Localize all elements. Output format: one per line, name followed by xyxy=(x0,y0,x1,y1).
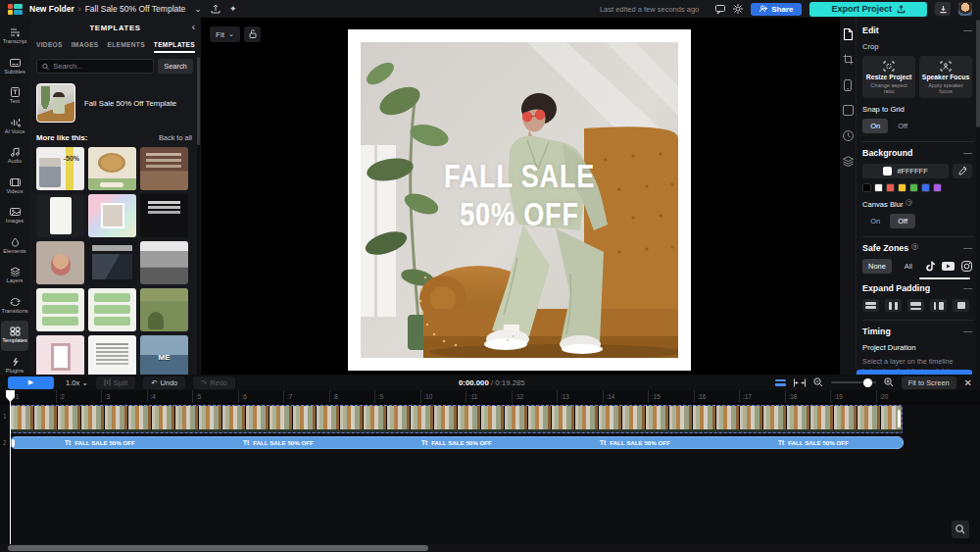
padding-horizontal-button[interactable] xyxy=(862,299,879,312)
breadcrumb-project-title[interactable]: Fall Sale 50% Off Template xyxy=(85,4,186,14)
template-thumbnail-bw-photo[interactable] xyxy=(140,241,188,284)
safe-zones-scrollbar[interactable] xyxy=(919,277,970,279)
padding-vertical-button[interactable] xyxy=(885,299,902,312)
crop-rail-icon[interactable] xyxy=(842,53,855,66)
template-thumbnail-mountain-meme[interactable]: ME xyxy=(140,335,188,378)
template-thumbnail-talking-head[interactable] xyxy=(36,241,84,284)
clip-trim-handle[interactable] xyxy=(898,410,901,427)
collapse-expand-padding-icon[interactable]: — xyxy=(963,286,972,290)
search-box[interactable] xyxy=(36,59,154,74)
safe-zones-help-icon[interactable]: ? xyxy=(911,243,918,250)
title-chevron-down-icon[interactable]: ⌄ xyxy=(194,4,202,14)
color-swatch[interactable] xyxy=(886,183,895,192)
sidebar-item-subtitles[interactable]: Subtitles xyxy=(1,52,28,82)
sidebar-item-ai-voice[interactable]: AI Voice xyxy=(1,112,28,142)
template-thumbnail-blank-portrait[interactable] xyxy=(36,194,84,237)
resize-project-button[interactable]: Resize Project Change aspect ratio xyxy=(862,56,915,98)
zoom-in-icon[interactable] xyxy=(884,374,894,391)
template-thumbnail-monster-meme[interactable] xyxy=(140,288,188,331)
layers-rail-icon[interactable] xyxy=(842,155,855,168)
scrollbar-thumb[interactable] xyxy=(8,545,428,551)
safe-zone-none-button[interactable]: None xyxy=(862,259,892,274)
sidebar-item-transcript[interactable]: Transcript xyxy=(1,22,28,52)
color-swatch[interactable] xyxy=(898,183,906,192)
settings-gear-icon[interactable] xyxy=(733,4,743,14)
templates-scrollbar[interactable] xyxy=(197,57,200,380)
template-thumbnail-caption-video[interactable] xyxy=(88,241,136,284)
padding-top-button[interactable] xyxy=(907,299,924,312)
instagram-icon[interactable] xyxy=(961,261,972,272)
export-project-button[interactable]: Export Project xyxy=(809,2,927,17)
snap-on-button[interactable]: On xyxy=(862,119,888,133)
template-thumbnail-text-doc[interactable] xyxy=(88,335,136,378)
template-thumbnail-holo-collage[interactable] xyxy=(88,194,136,237)
horizontal-scrollbar[interactable] xyxy=(0,544,980,552)
user-avatar[interactable] xyxy=(958,2,972,16)
template-thumbnail-comic-1[interactable] xyxy=(36,288,84,331)
track-rows-icon[interactable] xyxy=(775,379,786,386)
color-swatch[interactable] xyxy=(933,183,942,192)
sidebar-item-audio[interactable]: Audio xyxy=(1,141,28,172)
phone-preview-icon[interactable] xyxy=(842,78,855,91)
zoom-out-icon[interactable] xyxy=(813,374,823,391)
speaker-focus-button[interactable]: Speaker Focus Apply speaker focus xyxy=(919,56,972,98)
sidebar-item-elements[interactable]: Elements xyxy=(1,231,28,262)
project-canvas[interactable]: FALL SALE 50% OFF xyxy=(348,29,691,371)
padding-all-button[interactable] xyxy=(953,299,969,312)
text-clip-trim-handle[interactable] xyxy=(12,439,15,447)
tab-images[interactable]: IMAGES xyxy=(72,41,99,53)
template-thumbnail-comic-2[interactable] xyxy=(88,288,136,331)
playback-speed-dropdown[interactable]: 1.0x ⌄ xyxy=(66,378,88,387)
breadcrumb-folder[interactable]: New Folder xyxy=(29,4,74,14)
text-clip[interactable]: FALL SALE 50% OFFFALL SALE 50% OFFFALL S… xyxy=(10,436,904,449)
canvas-text-overlay[interactable]: FALL SALE 50% OFF xyxy=(389,158,650,234)
redo-button[interactable]: ↷ Redo xyxy=(193,376,235,389)
frame-icon[interactable] xyxy=(842,104,855,117)
color-swatch[interactable] xyxy=(862,183,871,192)
collapse-panel-icon[interactable]: ‹ xyxy=(192,22,195,32)
search-input[interactable] xyxy=(53,62,148,71)
youtube-icon[interactable] xyxy=(942,262,955,271)
sidebar-item-layers[interactable]: Layers xyxy=(1,261,28,291)
video-clip[interactable] xyxy=(10,405,903,433)
sidebar-item-text[interactable]: Text xyxy=(1,81,28,112)
collapse-timing-icon[interactable]: — xyxy=(963,329,972,333)
safe-zone-all-button[interactable]: All xyxy=(899,259,918,274)
color-swatch[interactable] xyxy=(909,183,918,192)
blur-on-button[interactable]: On xyxy=(862,214,888,228)
color-swatch[interactable] xyxy=(874,183,883,192)
sidebar-item-templates[interactable]: Templates xyxy=(1,321,28,351)
template-thumbnail-fashion-sale[interactable]: -50% xyxy=(36,147,84,190)
upload-icon[interactable] xyxy=(211,4,220,14)
split-button[interactable]: Split xyxy=(96,376,135,389)
template-thumbnail-food[interactable] xyxy=(88,147,136,190)
timing-clock-icon[interactable] xyxy=(842,129,855,142)
zoom-fit-dropdown[interactable]: Fit ⌄ xyxy=(210,26,240,42)
play-button[interactable]: ▶ xyxy=(8,376,54,389)
sidebar-item-transitions[interactable]: Transitions xyxy=(1,291,28,322)
edit-page-icon[interactable] xyxy=(842,27,855,40)
magic-tools-icon[interactable]: ✦ xyxy=(229,4,237,14)
color-swatch[interactable] xyxy=(921,183,930,192)
video-frame[interactable]: FALL SALE 50% OFF xyxy=(361,42,678,358)
collapse-safe-zones-icon[interactable]: — xyxy=(963,246,972,250)
template-thumbnail-dark-meme[interactable] xyxy=(140,194,188,237)
background-color-field[interactable]: #FFFFFF xyxy=(862,164,949,178)
template-thumbnail-pink-frame[interactable] xyxy=(36,335,84,378)
edit-panel-scrollbar[interactable] xyxy=(976,18,980,375)
download-button[interactable] xyxy=(935,2,951,16)
tab-templates[interactable]: TEMPLATES xyxy=(154,41,195,53)
selected-template-thumbnail[interactable] xyxy=(36,83,75,123)
tab-videos[interactable]: VIDEOS xyxy=(36,41,63,53)
app-logo-icon[interactable] xyxy=(8,4,23,15)
timeline-tracks[interactable]: 1 2 FALL SALE 50% OFFFALL SALE 50% OFFFA… xyxy=(0,404,980,544)
snap-off-button[interactable]: Off xyxy=(890,119,915,133)
template-thumbnail-promo-brown[interactable] xyxy=(140,147,188,190)
timeline-search-button[interactable] xyxy=(952,521,969,538)
sidebar-item-videos[interactable]: Videos xyxy=(1,172,28,202)
fit-clips-icon[interactable] xyxy=(794,374,806,391)
timeline-ruler[interactable]: :1:2:3:4:5:6:7:8:9:10:11:12:13:14:15:16:… xyxy=(0,390,980,404)
sidebar-item-images[interactable]: Images xyxy=(1,201,28,231)
timeline-zoom-slider[interactable] xyxy=(831,381,876,383)
collapse-background-icon[interactable]: — xyxy=(963,151,972,155)
